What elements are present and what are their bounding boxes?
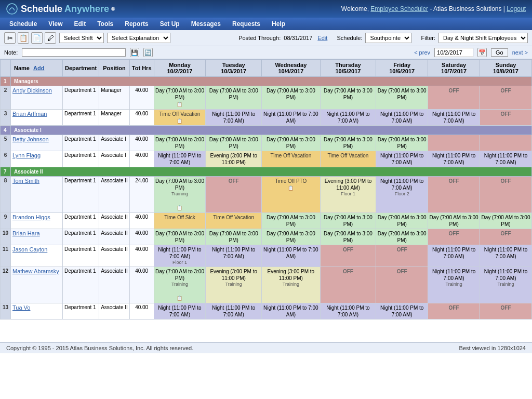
employee-name[interactable]: Tua Vo	[11, 303, 63, 319]
shift-cell[interactable]: Night (11:00 PM to 7:00 AM)	[428, 151, 480, 167]
shift-cell[interactable]: Day (7:00 AM to 3:00 PM)	[262, 229, 321, 245]
highlight-icon[interactable]: 🖊	[45, 32, 56, 44]
logout-link[interactable]: Logout	[507, 5, 526, 12]
shift-cell[interactable]: Day (7:00 AM to 3:00 PM)	[428, 212, 480, 229]
shift-cell[interactable]: Day (7:00 AM to 3:00 PM)	[480, 212, 532, 229]
shift-cell[interactable]: OFF	[320, 267, 376, 303]
filter-select[interactable]: Day & Night Shift Employees	[438, 33, 528, 43]
shift-cell[interactable]: Day (7:00 AM to 3:00 PM)	[320, 86, 376, 110]
scissors-icon[interactable]: ✂	[4, 32, 16, 44]
shift-cell[interactable]: Night (11:00 PM to 7:00 AM)	[320, 109, 376, 126]
shift-cell[interactable]: Time Off PTO📋	[262, 177, 321, 212]
shift-cell[interactable]: Evening (3:00 PM to 11:00 PM)	[206, 151, 262, 167]
shift-cell[interactable]	[428, 135, 480, 151]
shift-cell[interactable]: Night (11:00 PM to 7:00 AM)	[262, 109, 321, 126]
employee-scheduler-link[interactable]: Employee Scheduler	[370, 5, 428, 12]
nav-setup[interactable]: Set Up	[155, 18, 185, 30]
shift-cell[interactable]: Night (11:00 PM to 7:00 AM)Training	[428, 267, 480, 303]
shift-cell[interactable]: Night (11:00 PM to 7:00 AM)	[262, 245, 321, 267]
shift-cell[interactable]: Night (11:00 PM to 7:00 AM)Floor 1	[154, 245, 206, 267]
calendar-icon[interactable]: 📅	[477, 48, 487, 57]
shift-cell[interactable]: Day (7:00 AM to 3:00 PM)	[206, 86, 262, 110]
shift-cell[interactable]: Night (11:00 PM to 7:00 AM)	[376, 303, 428, 319]
shift-cell[interactable]: Night (11:00 PM to 7:00 AM)Floor 2	[376, 177, 428, 212]
shift-cell[interactable]: Night (11:00 PM to 7:00 AM)	[206, 303, 262, 319]
shift-cell[interactable]: Day (7:00 AM to 3:00 PM)	[206, 135, 262, 151]
shift-cell[interactable]: Night (11:00 PM to 7:00 AM)	[428, 245, 480, 267]
date-input[interactable]	[434, 48, 473, 57]
shift-select[interactable]: Select Shift	[59, 33, 104, 43]
shift-cell[interactable]: Day (7:00 AM to 3:00 PM)	[154, 135, 206, 151]
shift-cell[interactable]: Time Off Vacation	[320, 151, 376, 167]
shift-cell[interactable]: Day (7:00 AM to 3:00 PM)Training📋	[154, 177, 206, 212]
nav-messages[interactable]: Messages	[186, 18, 226, 30]
note-refresh-icon[interactable]: 🔄	[143, 48, 153, 57]
shift-cell[interactable]: Day (7:00 AM to 3:00 PM)	[376, 229, 428, 245]
explanation-select[interactable]: Select Explanation	[107, 33, 170, 43]
nav-help[interactable]: Help	[267, 18, 290, 30]
go-button[interactable]: Go	[491, 48, 508, 57]
shift-cell[interactable]: Day (7:00 AM to 3:00 PM)	[320, 135, 376, 151]
shift-cell[interactable]: OFF	[480, 229, 532, 245]
shift-cell[interactable]: Time Off Vacation	[206, 212, 262, 229]
shift-cell[interactable]: OFF	[428, 177, 480, 212]
shift-cell[interactable]: Day (7:00 AM to 3:00 PM)	[376, 86, 428, 110]
employee-name[interactable]: Brandon Higgs	[11, 212, 63, 229]
shift-cell[interactable]: Day (7:00 AM to 3:00 PM)	[320, 229, 376, 245]
shift-cell[interactable]: Night (11:00 PM to 7:00 AM)	[206, 109, 262, 126]
shift-cell[interactable]: OFF	[320, 245, 376, 267]
shift-cell[interactable]: Time Off Vacation	[262, 151, 321, 167]
shift-cell[interactable]: Day (7:00 AM to 3:00 PM)	[376, 135, 428, 151]
shift-cell[interactable]: Night (11:00 PM to 7:00 AM)	[206, 245, 262, 267]
employee-name[interactable]: Jason Cayton	[11, 245, 63, 267]
nav-requests[interactable]: Requests	[227, 18, 265, 30]
paste-icon[interactable]: 📄	[31, 32, 43, 44]
shift-cell[interactable]: OFF	[428, 229, 480, 245]
nav-reports[interactable]: Reports	[119, 18, 153, 30]
shift-cell[interactable]: Day (7:00 AM to 3:00 PM)	[262, 212, 321, 229]
shift-cell[interactable]: Night (11:00 PM to 7:00 AM)	[320, 303, 376, 319]
shift-cell[interactable]: Night (11:00 PM to 7:00 AM)	[262, 303, 321, 319]
shift-cell[interactable]: OFF	[480, 303, 532, 319]
employee-name[interactable]: Betty Johnson	[11, 135, 63, 151]
nav-edit[interactable]: Edit	[69, 18, 91, 30]
shift-cell[interactable]: OFF	[480, 86, 532, 110]
shift-cell[interactable]: Night (11:00 PM to 7:00 AM)	[480, 151, 532, 167]
copy-icon[interactable]: 📋	[18, 32, 29, 44]
shift-cell[interactable]: OFF	[480, 177, 532, 212]
shift-cell[interactable]: OFF	[376, 245, 428, 267]
shift-cell[interactable]	[480, 135, 532, 151]
shift-cell[interactable]: Day (7:00 AM to 3:00 PM)	[262, 86, 321, 110]
shift-cell[interactable]: Night (11:00 PM to 7:00 AM)Training	[480, 267, 532, 303]
shift-cell[interactable]: Day (7:00 AM to 3:00 PM)📋	[154, 86, 206, 110]
shift-cell[interactable]: OFF	[428, 86, 480, 110]
schedule-select[interactable]: Southpointe	[365, 33, 411, 43]
shift-cell[interactable]: Day (7:00 AM to 3:00 PM)	[206, 229, 262, 245]
employee-name[interactable]: Brian Arffman	[11, 109, 63, 126]
shift-cell[interactable]: OFF	[376, 267, 428, 303]
employee-name[interactable]: Brian Hara	[11, 229, 63, 245]
shift-cell[interactable]: Time Off Vacation📋	[154, 109, 206, 126]
shift-cell[interactable]: Day (7:00 AM to 3:00 PM)Training📋	[154, 267, 206, 303]
shift-cell[interactable]: Day (7:00 AM to 3:00 PM)	[154, 229, 206, 245]
shift-cell[interactable]: Night (11:00 PM to 7:00 AM)	[154, 151, 206, 167]
employee-name[interactable]: Tom Smith	[11, 177, 63, 212]
employee-name[interactable]: Lynn Flagg	[11, 151, 63, 167]
next-week-link[interactable]: next >	[512, 49, 528, 56]
shift-cell[interactable]: OFF	[480, 109, 532, 126]
nav-schedule[interactable]: Schedule	[4, 18, 42, 30]
nav-view[interactable]: View	[43, 18, 68, 30]
shift-cell[interactable]: Day (7:00 AM to 3:00 PM)	[320, 212, 376, 229]
shift-cell[interactable]: Night (11:00 PM to 7:00 AM)	[376, 151, 428, 167]
shift-cell[interactable]: OFF	[206, 177, 262, 212]
prev-week-link[interactable]: < prev	[414, 49, 430, 56]
shift-cell[interactable]: Evening (3:00 PM to 11:00 PM)Training	[206, 267, 262, 303]
shift-cell[interactable]: Day (7:00 AM to 3:00 PM)	[262, 135, 321, 151]
shift-cell[interactable]: Night (11:00 PM to 7:00 AM)	[480, 245, 532, 267]
note-save-icon[interactable]: 💾	[130, 48, 139, 57]
nav-tools[interactable]: Tools	[92, 18, 118, 30]
shift-cell[interactable]: Night (11:00 PM to 7:00 AM)	[154, 303, 206, 319]
shift-cell[interactable]: Time Off Sick	[154, 212, 206, 229]
shift-cell[interactable]: OFF	[428, 303, 480, 319]
edit-posted-link[interactable]: Edit	[317, 35, 327, 41]
